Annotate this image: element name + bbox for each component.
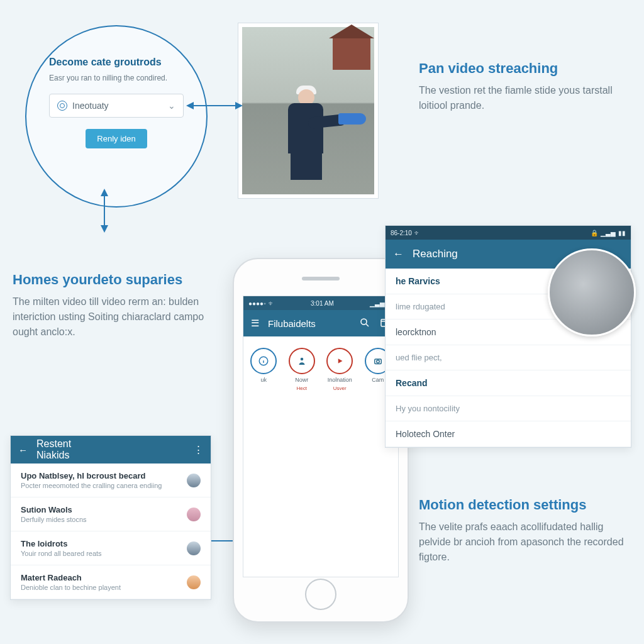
svg-marker-4 <box>101 189 108 196</box>
feature-body: The velite prafs eaach acollifudated hal… <box>419 519 633 565</box>
app-bar: ← Restent Niakids ⋮ <box>11 436 211 464</box>
search-icon[interactable] <box>359 317 370 330</box>
action-label: Cam <box>372 377 384 383</box>
play-icon <box>326 348 353 374</box>
feature-homes: Homes yourdeto suparies The milten video… <box>13 272 220 340</box>
item-sub: Derfuily mides stocns <box>21 516 180 523</box>
feature-title: Homes yourdeto suparies <box>13 272 220 288</box>
list-item[interactable]: Upo Natblsey, hI bcroust becard Pocter m… <box>11 464 211 497</box>
select-ineotuaty[interactable]: Ineotuaty ⌄ <box>49 94 184 118</box>
status-bar: ●●●●◦ ᯤ 3:01 AM ▁▃▅ ▭ <box>243 296 398 310</box>
svg-marker-2 <box>235 102 243 109</box>
primary-button[interactable]: Renly iden <box>86 129 147 148</box>
avatar <box>187 474 201 487</box>
list-item[interactable]: Sution Waols Derfuily mides stocns <box>11 497 211 531</box>
hamburger-icon[interactable]: ☰ <box>251 318 259 329</box>
wifi-icon: ᯤ <box>269 300 275 307</box>
status-time: 86-2:10 <box>391 230 412 236</box>
feature-body: The milten video till video rerm an: bul… <box>13 294 220 340</box>
item-sub: Pocter meeomoted the cralling canera end… <box>21 482 180 489</box>
select-label: Ineotuaty <box>72 101 109 111</box>
action-sub: Usver <box>333 386 347 391</box>
list-row[interactable]: Holotech Onter <box>386 421 631 447</box>
action-sub: Hect <box>297 386 307 391</box>
feature-motion-detection: Motion detection settings The velite pra… <box>419 497 633 565</box>
action-label: Inolnation <box>328 377 352 383</box>
app-bar: ☰ Filubaidelts <box>243 310 398 336</box>
list-item[interactable]: Matert Radeach Denioble clan to bechine … <box>11 565 211 599</box>
person-icon <box>289 348 315 374</box>
feature-body: The vestion ret the fiamle stide yous ta… <box>419 83 626 113</box>
list-row[interactable]: Recand <box>386 370 631 396</box>
intro-circle-card: Decome cate groutrods Easr you ran to ni… <box>25 25 208 208</box>
svg-point-9 <box>361 319 367 325</box>
avatar <box>187 575 201 589</box>
inset-photo <box>548 248 636 336</box>
back-arrow-icon[interactable]: ← <box>393 248 404 260</box>
list-item[interactable]: The loidrots Youir rond all beared reats <box>11 531 211 565</box>
item-sub: Denioble clan to bechine playent <box>21 584 180 591</box>
phone-mockup: ●●●●◦ ᯤ 3:01 AM ▁▃▅ ▭ ☰ Filubaidelts uk <box>233 258 409 623</box>
list-row[interactable]: Hy you nontocility <box>386 396 631 421</box>
feature-title: Motion detection settings <box>419 497 633 513</box>
item-sub: Youir rond all beared reats <box>21 550 180 557</box>
avatar <box>187 508 201 521</box>
wifi-icon: ᯤ <box>414 230 421 236</box>
item-title: The loidrots <box>21 539 180 548</box>
svg-marker-17 <box>338 358 343 364</box>
signal-icon: ▁▃▅ <box>370 300 385 307</box>
app-title: Restent Niakids <box>36 438 106 461</box>
connector-arrow <box>186 99 243 112</box>
feature-pan-video: Pan video streaching The vestion ret the… <box>419 60 626 113</box>
avatar <box>187 541 201 555</box>
target-icon <box>57 101 67 111</box>
battery-icon: ▮▮ <box>618 230 626 236</box>
svg-marker-5 <box>101 225 108 233</box>
svg-line-10 <box>366 324 369 326</box>
svg-marker-1 <box>186 102 194 109</box>
recent-list-card: ← Restent Niakids ⋮ Upo Natblsey, hI bcr… <box>10 435 211 600</box>
phone-screen: ●●●●◦ ᯤ 3:01 AM ▁▃▅ ▭ ☰ Filubaidelts uk <box>243 296 399 577</box>
signal-dots-icon: ●●●●◦ <box>248 300 266 307</box>
svg-point-19 <box>377 360 380 364</box>
quick-action[interactable]: Inolnation Usver <box>326 348 353 391</box>
quick-action[interactable]: Nowr Hect <box>289 348 315 391</box>
worker-photo-placeholder <box>242 27 374 194</box>
info-icon <box>250 348 277 374</box>
signal-icon: ▁▃▅ <box>601 230 616 236</box>
circle-title: Decome cate groutrods <box>49 57 184 68</box>
hero-photo <box>238 23 379 199</box>
more-vert-icon[interactable]: ⋮ <box>194 444 203 455</box>
item-title: Sution Waols <box>21 505 180 514</box>
lock-icon: 🔒 <box>591 230 598 236</box>
reaching-screen-card: 86-2:10 ᯤ 🔒 ▁▃▅ ▮▮ ← Reaching he Rarvics… <box>385 225 631 448</box>
connector-arrow <box>98 189 111 233</box>
quick-action[interactable]: uk <box>250 348 277 391</box>
back-arrow-icon[interactable]: ← <box>18 445 28 455</box>
app-title: Filubaidelts <box>268 318 350 329</box>
item-title: Upo Natblsey, hI bcroust becard <box>21 471 180 480</box>
circle-subtitle: Easr you ran to nilling the condired. <box>49 73 184 84</box>
status-time: 3:01 AM <box>311 300 334 307</box>
chevron-down-icon: ⌄ <box>168 101 175 111</box>
list-row[interactable]: ued flie pect, <box>386 345 631 370</box>
quick-action-row: uk Nowr Hect Inolnation Usver <box>243 336 398 397</box>
action-label: uk <box>260 377 267 383</box>
feature-title: Pan video streaching <box>419 60 626 77</box>
svg-point-16 <box>301 358 304 361</box>
status-bar: 86-2:10 ᯤ 🔒 ▁▃▅ ▮▮ <box>386 226 631 240</box>
item-title: Matert Radeach <box>21 573 180 582</box>
action-label: Nowr <box>295 377 308 383</box>
